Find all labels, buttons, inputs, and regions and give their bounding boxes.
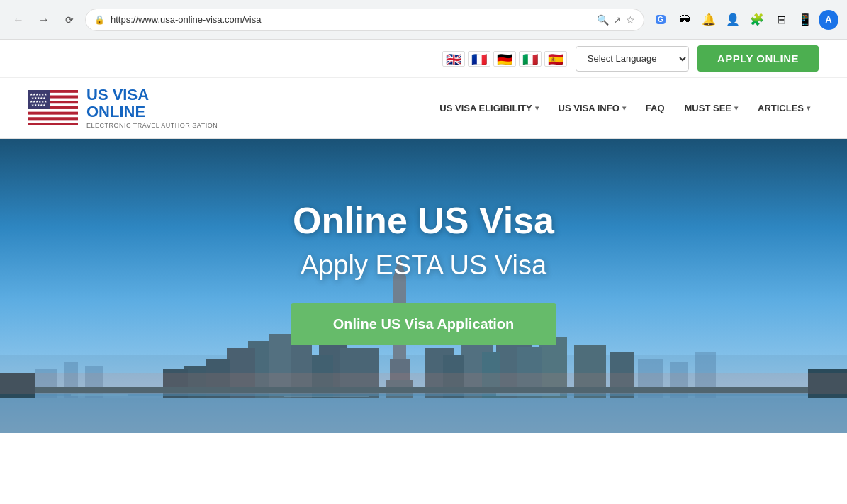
search-icon: 🔍 [597, 14, 609, 26]
chevron-down-icon: ▾ [807, 104, 810, 112]
hero-subtitle: Apply ESTA US Visa [291, 250, 557, 281]
split-view-btn[interactable]: ⊟ [770, 9, 792, 30]
nav-item-faq[interactable]: FAQ [637, 97, 673, 119]
chevron-down-icon: ▾ [734, 104, 738, 112]
nav-item-must-see[interactable]: MUST SEE ▾ [676, 97, 746, 119]
germany-flag-icon[interactable]: 🇩🇪 [493, 51, 516, 67]
us-flag-logo: ★★★★★★ ★★★★★ ★★★★★★ ★★★★★ [28, 90, 78, 125]
svg-rect-9 [28, 115, 78, 118]
svg-rect-51 [284, 396, 369, 397]
extensions-btn[interactable]: 🧩 [746, 9, 768, 30]
address-bar: 🔒 https://www.usa-online-visa.com/visa 🔍… [85, 9, 644, 31]
extension-btn-1[interactable]: 🕶 [674, 9, 695, 30]
back-button[interactable]: ← [9, 10, 28, 30]
svg-rect-10 [28, 118, 78, 121]
extension-btn-3[interactable]: 👤 [722, 9, 744, 30]
site-navigation: ★★★★★★ ★★★★★ ★★★★★★ ★★★★★ US VISA ONLINE… [0, 78, 847, 139]
italy-flag-icon[interactable]: 🇮🇹 [519, 51, 542, 67]
svg-rect-50 [71, 394, 128, 396]
hero-cta-button[interactable]: Online US Visa Application [291, 303, 557, 345]
svg-rect-56 [0, 373, 847, 394]
lock-icon: 🔒 [94, 15, 105, 25]
hero-title: Online US Visa [291, 199, 557, 242]
url-text: https://www.usa-online-visa.com/visa [111, 14, 591, 25]
spain-flag-icon[interactable]: 🇪🇸 [544, 51, 567, 67]
uk-flag-icon[interactable]: 🇬🇧 [442, 51, 465, 67]
flag-icons-row: 🇬🇧 🇫🇷 🇩🇪 🇮🇹 🇪🇸 [442, 51, 567, 67]
chevron-down-icon: ▾ [535, 104, 539, 112]
main-nav-menu: US VISA ELIGIBILITY ▾ US VISA INFO ▾ FAQ… [246, 97, 819, 119]
browser-toolbar: G 🕶 🔔 👤 🧩 ⊟ 📱 A [650, 9, 838, 30]
france-flag-icon[interactable]: 🇫🇷 [468, 51, 490, 67]
nav-item-articles[interactable]: ARTICLES ▾ [749, 97, 819, 119]
logo-subtitle: ELECTRONIC TRAVEL AUTHORISATION [86, 122, 218, 129]
address-actions: 🔍 ↗ ☆ [597, 14, 635, 26]
site-top-bar: 🇬🇧 🇫🇷 🇩🇪 🇮🇹 🇪🇸 Select Language English F… [0, 40, 847, 78]
profile-avatar[interactable]: A [819, 10, 838, 30]
browser-chrome: ← → ⟳ 🔒 https://www.usa-online-visa.com/… [0, 0, 847, 40]
svg-rect-7 [28, 109, 78, 112]
site-logo[interactable]: ★★★★★★ ★★★★★ ★★★★★★ ★★★★★ US VISA ONLINE… [28, 86, 218, 129]
google-translate-btn[interactable]: G [650, 9, 671, 30]
logo-line1: US VISA [86, 86, 149, 103]
share-icon: ↗ [613, 14, 622, 26]
nav-item-info[interactable]: US VISA INFO ▾ [550, 97, 634, 119]
svg-rect-11 [28, 121, 78, 123]
hero-section: Online US Visa Apply ESTA US Visa Online… [0, 139, 847, 433]
tablet-btn[interactable]: 📱 [795, 9, 816, 30]
apply-online-button[interactable]: APPLY ONLINE [697, 45, 819, 72]
svg-text:★★★★★: ★★★★★ [31, 103, 46, 107]
nav-item-eligibility[interactable]: US VISA ELIGIBILITY ▾ [431, 97, 546, 119]
logo-text: US VISA ONLINE ELECTRONIC TRAVEL AUTHORI… [86, 86, 218, 129]
logo-line2: ONLINE [86, 103, 145, 121]
chevron-down-icon: ▾ [622, 104, 626, 112]
language-select[interactable]: Select Language English French German It… [576, 46, 689, 72]
bookmark-icon: ☆ [626, 14, 635, 26]
svg-rect-12 [28, 123, 78, 125]
forward-button[interactable]: → [34, 10, 54, 30]
refresh-button[interactable]: ⟳ [60, 10, 79, 30]
svg-rect-8 [28, 112, 78, 115]
hero-content: Online US Visa Apply ESTA US Visa Online… [291, 199, 557, 345]
logo-title: US VISA ONLINE [86, 86, 218, 121]
translate-icon: G [656, 15, 666, 24]
extension-btn-2[interactable]: 🔔 [698, 9, 719, 30]
